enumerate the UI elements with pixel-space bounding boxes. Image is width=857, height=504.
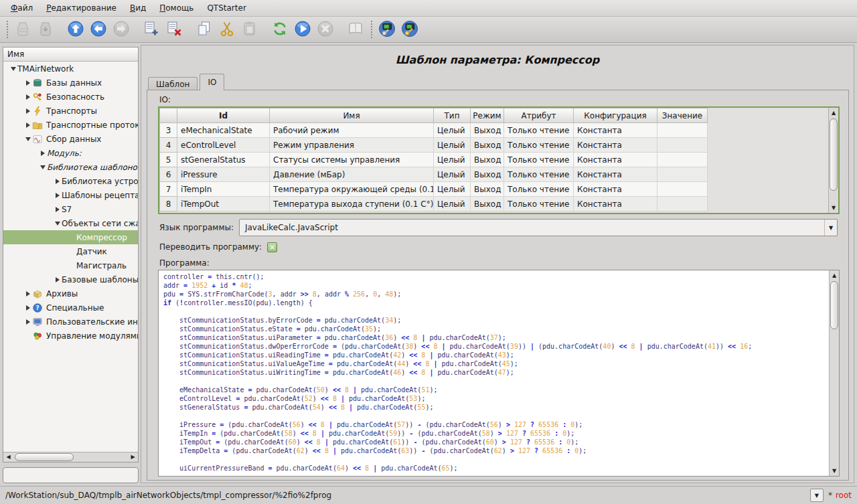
io-cell[interactable]: Рабочий режим — [270, 123, 434, 138]
tab-io[interactable]: IO — [200, 74, 224, 90]
io-cell[interactable]: Выход — [471, 197, 504, 212]
row-number[interactable]: 3 — [160, 123, 177, 138]
io-cell[interactable]: Целый — [434, 123, 471, 138]
column-header-Режим[interactable]: Режим — [471, 108, 504, 123]
io-cell[interactable]: Режим управления — [270, 138, 434, 153]
row-number[interactable]: 5 — [160, 153, 177, 167]
io-cell[interactable]: Только чтение — [504, 167, 574, 182]
io-cell[interactable]: Выход — [471, 138, 504, 153]
scrollbar-thumb[interactable] — [15, 453, 74, 461]
io-cell[interactable]: Целый — [434, 138, 471, 153]
io-cell[interactable]: Статусы системы управления — [270, 153, 434, 167]
add-item-button[interactable] — [141, 19, 162, 40]
program-editor[interactable]: controller = this.cntr();addr = 1952 + i… — [159, 270, 829, 476]
scrollbar-track[interactable] — [13, 452, 128, 462]
start-button[interactable] — [292, 19, 313, 40]
tree-item-безопасность[interactable]: Безопасность — [3, 90, 138, 104]
tree-item-архивы[interactable]: Архивы — [3, 286, 138, 301]
io-table-scrollbar[interactable]: ▲ ▼ — [828, 108, 838, 213]
tree-item-s7[interactable]: S7 — [3, 202, 138, 216]
menu-item-view[interactable]: Вид — [123, 1, 153, 15]
expand-icon[interactable] — [23, 80, 32, 86]
status-combobox[interactable]: ▼ — [810, 489, 824, 502]
tree-item-транспорты[interactable]: Транспорты — [3, 104, 138, 118]
expand-icon[interactable] — [23, 122, 32, 128]
tree-item-управление-модулями[interactable]: Управление модулями — [3, 329, 138, 343]
io-cell[interactable]: iTempIn — [177, 182, 270, 197]
io-cell[interactable]: Константа — [574, 197, 657, 212]
io-cell[interactable]: Целый — [434, 153, 471, 167]
toolbar-handle[interactable] — [5, 21, 9, 38]
qtcfg-button[interactable] — [376, 19, 398, 40]
tree-item-библиотека-устройст[interactable]: Библиотека устройст — [3, 174, 138, 188]
menu-item-edit[interactable]: Редактирование — [40, 1, 123, 15]
io-cell[interactable]: Только чтение — [504, 153, 574, 167]
io-cell[interactable]: Только чтение — [504, 138, 574, 153]
io-cell[interactable]: Выход — [471, 167, 504, 182]
manual-button[interactable] — [345, 19, 366, 40]
scroll-down-icon[interactable]: ▼ — [830, 466, 839, 476]
column-header-Конфигурация[interactable]: Конфигурация — [574, 108, 657, 123]
tree-item-модуль-[interactable]: Модуль: — [3, 146, 138, 160]
io-cell[interactable]: Константа — [574, 182, 657, 197]
tree-item-объекты-сети-сжатог[interactable]: Объекты сети сжатог — [3, 216, 138, 230]
io-cell[interactable] — [657, 197, 708, 212]
tree-column-header[interactable]: Имя — [3, 48, 138, 62]
column-header-Атрибут[interactable]: Атрибут — [504, 108, 574, 123]
io-cell[interactable] — [657, 167, 708, 182]
row-number[interactable]: 4 — [160, 138, 177, 153]
io-cell[interactable]: Только чтение — [504, 197, 574, 212]
language-combobox[interactable]: JavaLikeCalc.JavaScript ▼ — [239, 219, 838, 236]
program-scrollbar[interactable]: ▲ ▼ — [829, 270, 839, 476]
cut-button[interactable] — [216, 19, 238, 40]
scrollbar-thumb[interactable] — [830, 118, 838, 191]
tree-item-датчик[interactable]: Датчик — [3, 244, 138, 258]
column-header-Имя[interactable]: Имя — [270, 108, 434, 123]
io-cell[interactable]: Целый — [434, 197, 471, 212]
chevron-down-icon[interactable]: ▼ — [824, 220, 837, 236]
expand-icon[interactable] — [23, 291, 32, 297]
collapse-icon[interactable] — [23, 137, 32, 141]
tree-filter-input[interactable] — [3, 467, 139, 483]
io-cell[interactable]: Константа — [574, 167, 657, 182]
tree-item-шаблоны-рецепта[interactable]: Шаблоны рецепта — [3, 188, 138, 202]
scroll-down-icon[interactable]: ▼ — [829, 203, 838, 213]
tree-horizontal-scrollbar[interactable]: ◀ ▶ — [3, 452, 138, 462]
io-cell[interactable]: Давление (мБар) — [270, 167, 434, 182]
io-cell[interactable]: Выход — [471, 182, 504, 197]
io-cell[interactable]: Константа — [574, 153, 657, 167]
row-number[interactable]: 7 — [160, 182, 177, 197]
column-header-Id[interactable]: Id — [177, 108, 270, 123]
io-cell[interactable] — [657, 182, 708, 197]
tree-item-tmairnetwork[interactable]: TMAirNetwork — [3, 62, 138, 76]
back-button[interactable] — [88, 19, 109, 40]
io-cell[interactable]: Выход — [471, 123, 504, 138]
tree-item-сбор-данных[interactable]: Сбор данных — [3, 132, 138, 146]
tree-item-библиотека-шаблонов-[interactable]: Библиотека шаблонов: — [3, 160, 138, 174]
expand-icon[interactable] — [23, 305, 32, 311]
expand-icon[interactable] — [23, 94, 32, 100]
expand-icon[interactable] — [53, 277, 62, 282]
menu-item-qtstarter[interactable]: QTStarter — [200, 1, 252, 15]
row-number[interactable]: 8 — [160, 197, 177, 212]
io-cell[interactable] — [657, 123, 708, 138]
vision-button[interactable] — [399, 19, 420, 40]
delete-item-button[interactable] — [163, 19, 185, 40]
io-cell[interactable]: iPressure — [177, 167, 270, 182]
translate-checkbox[interactable]: × — [267, 242, 277, 252]
collapse-icon[interactable] — [38, 165, 47, 169]
column-header-Тип[interactable]: Тип — [434, 108, 471, 123]
copy-button[interactable] — [193, 19, 215, 40]
tree-item-пользовательские-интер[interactable]: Пользовательские интер — [3, 315, 138, 329]
collapse-icon[interactable] — [53, 222, 62, 226]
io-cell[interactable]: Только чтение — [504, 123, 574, 138]
io-cell[interactable] — [657, 138, 708, 153]
scroll-up-icon[interactable]: ▲ — [830, 270, 839, 280]
refresh-button[interactable] — [269, 19, 291, 40]
io-cell[interactable]: Константа — [574, 138, 657, 153]
column-header-Значение[interactable]: Значение — [657, 108, 708, 123]
io-cell[interactable]: iTempOut — [177, 197, 270, 212]
up-button[interactable] — [65, 19, 86, 40]
expand-icon[interactable] — [38, 151, 47, 156]
expand-icon[interactable] — [53, 179, 62, 184]
